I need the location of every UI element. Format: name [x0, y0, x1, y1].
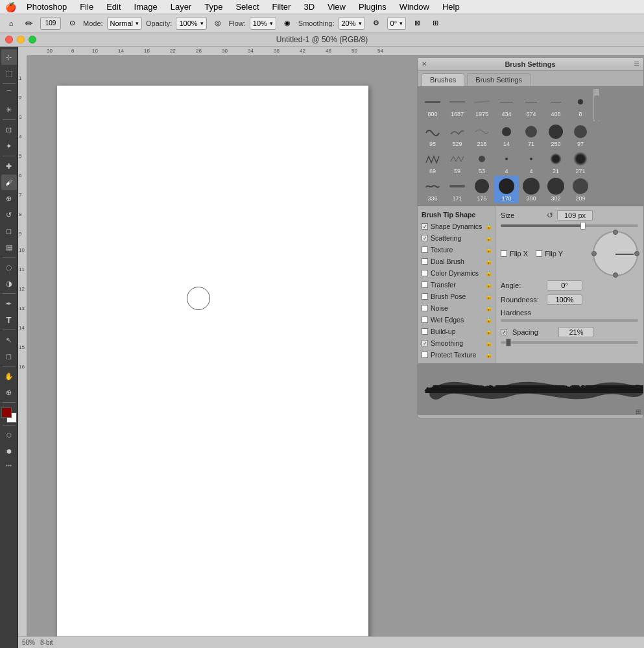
screen-mode-toggle[interactable]: ⬢: [1, 444, 17, 459]
hardness-slider[interactable]: [501, 319, 638, 322]
apple-menu[interactable]: 🍎: [5, 2, 16, 12]
size-slider-thumb[interactable]: [580, 222, 586, 230]
spacing-slider-thumb[interactable]: [506, 339, 511, 346]
brush-pose-item[interactable]: Brush Pose 🔒: [418, 291, 495, 302]
angle-preview-circle[interactable]: [593, 231, 638, 276]
brush-cell-71[interactable]: 71: [519, 121, 543, 149]
menu-window[interactable]: Window: [394, 1, 435, 13]
brush-cell-302[interactable]: 302: [543, 176, 568, 203]
foreground-color-swatch[interactable]: [1, 407, 12, 418]
shape-dynamics-checkbox[interactable]: ✓: [422, 223, 428, 230]
extra-tools-icon[interactable]: •••: [6, 462, 12, 469]
menu-file[interactable]: File: [75, 1, 99, 13]
protect-texture-checkbox[interactable]: [422, 352, 428, 358]
document-canvas[interactable]: [57, 86, 368, 643]
eyedropper-tool[interactable]: ✦: [1, 138, 17, 154]
angle-handle-bottom[interactable]: [613, 272, 618, 278]
brush-cell-216[interactable]: 216: [470, 121, 494, 149]
tab-brushes[interactable]: Brushes: [422, 73, 464, 86]
color-dynamics-checkbox[interactable]: [422, 270, 428, 276]
texture-checkbox[interactable]: [422, 246, 428, 253]
dodge-tool[interactable]: ◑: [1, 276, 17, 291]
menu-image[interactable]: Image: [129, 1, 163, 13]
lasso-tool[interactable]: ⌒: [1, 86, 17, 101]
extra-icon[interactable]: ⊞: [428, 16, 442, 30]
brush-cell-97[interactable]: 97: [568, 121, 593, 149]
brush-cell-336[interactable]: 336: [420, 176, 445, 203]
shape-tool[interactable]: ◻: [1, 348, 17, 364]
blur-tool[interactable]: ◌: [1, 259, 17, 275]
spacing-checkbox[interactable]: ✓: [501, 329, 507, 335]
spacing-slider-track[interactable]: [501, 341, 638, 344]
angle-handle-top[interactable]: [613, 230, 618, 235]
brush-cell-408[interactable]: 408: [543, 91, 568, 119]
history-tool[interactable]: ↺: [1, 207, 17, 222]
menu-view[interactable]: View: [322, 1, 351, 13]
brush-cell-4a[interactable]: 4: [494, 149, 519, 176]
color-swatches[interactable]: [1, 407, 17, 423]
mode-dropdown[interactable]: Normal: [107, 17, 142, 30]
brush-cell-300[interactable]: 300: [519, 176, 543, 203]
brush-cell-21[interactable]: 21: [543, 149, 568, 176]
path-selection-tool[interactable]: ↖: [1, 332, 17, 348]
noise-checkbox[interactable]: [422, 305, 428, 311]
brush-tip-shape-header[interactable]: Brush Tip Shape: [418, 209, 495, 221]
size-value[interactable]: 109 px: [557, 210, 593, 221]
buildup-checkbox[interactable]: [422, 328, 428, 335]
color-dynamics-item[interactable]: Color Dynamics 🔒: [418, 267, 495, 279]
dual-brush-item[interactable]: Dual Brush 🔒: [418, 256, 495, 267]
panel-menu-icon[interactable]: ☰: [634, 60, 639, 67]
buildup-item[interactable]: Build-up 🔒: [418, 326, 495, 337]
smoothing-checkbox[interactable]: ✓: [422, 340, 428, 346]
brush-tool-icon[interactable]: ✏: [22, 16, 36, 30]
dual-brush-checkbox[interactable]: [422, 258, 428, 265]
tab-brush-settings[interactable]: Brush Settings: [467, 73, 531, 86]
brush-cell-1687[interactable]: 1687: [445, 91, 470, 119]
size-reset-icon[interactable]: ↺: [547, 211, 553, 220]
size-slider-track[interactable]: [501, 224, 638, 227]
zoom-tool[interactable]: ⊕: [1, 385, 17, 400]
transfer-item[interactable]: Transfer 🔒: [418, 279, 495, 291]
move-tool[interactable]: ⊹: [1, 49, 17, 65]
airbrush-icon[interactable]: ◉: [280, 16, 294, 30]
healing-tool[interactable]: ✚: [1, 158, 17, 174]
brush-cell-8[interactable]: 8: [568, 91, 593, 119]
brush-cell-69[interactable]: 69: [420, 149, 445, 176]
canvas-area[interactable]: 30 6 10 14 18 22 26 30 34 38 42 46 50 54…: [18, 47, 644, 648]
spacing-value[interactable]: 21%: [558, 327, 594, 337]
brush-cell-800[interactable]: 800: [420, 91, 445, 119]
brush-cell-171[interactable]: 171: [445, 176, 470, 203]
texture-item[interactable]: Texture 🔒: [418, 244, 495, 256]
menu-help[interactable]: Help: [437, 1, 465, 13]
marquee-tool[interactable]: ⬚: [1, 66, 17, 81]
brush-cell-4b[interactable]: 4: [519, 149, 543, 176]
gradient-tool[interactable]: ▤: [1, 239, 17, 255]
brush-tool[interactable]: 🖌: [1, 174, 17, 190]
brush-pose-checkbox[interactable]: [422, 293, 428, 300]
crop-tool[interactable]: ⊡: [1, 122, 17, 138]
pen-tool[interactable]: ✒: [1, 296, 17, 311]
protect-texture-item[interactable]: Protect Texture 🔒: [418, 349, 495, 361]
transfer-checkbox[interactable]: [422, 282, 428, 288]
menu-filter[interactable]: Filter: [267, 1, 296, 13]
brush-grid-scrollbar[interactable]: [593, 89, 599, 121]
menu-3d[interactable]: 3D: [298, 1, 320, 13]
brush-cell-250[interactable]: 250: [543, 121, 568, 149]
flip-x-checkbox[interactable]: [501, 250, 507, 257]
pressure-opacity-icon[interactable]: ◎: [211, 16, 225, 30]
brush-cell-209[interactable]: 209: [568, 176, 593, 203]
angle-handle-right[interactable]: [634, 251, 639, 256]
menu-plugins[interactable]: Plugins: [353, 1, 392, 13]
brush-cell-1975[interactable]: 1975: [470, 91, 494, 119]
minimize-button[interactable]: [17, 36, 25, 43]
flow-dropdown[interactable]: 10%: [250, 17, 276, 30]
type-tool[interactable]: T: [1, 312, 17, 328]
brush-cell-95[interactable]: 95: [420, 121, 445, 149]
roundness-input[interactable]: [547, 294, 582, 305]
symmetry-icon[interactable]: ⊠: [410, 16, 424, 30]
brush-cell-529[interactable]: 529: [445, 121, 470, 149]
scattering-checkbox[interactable]: ✓: [422, 235, 428, 241]
smoothing-item[interactable]: ✓ Smoothing 🔒: [418, 337, 495, 349]
eraser-tool[interactable]: ◻: [1, 223, 17, 239]
close-button[interactable]: [5, 36, 13, 43]
